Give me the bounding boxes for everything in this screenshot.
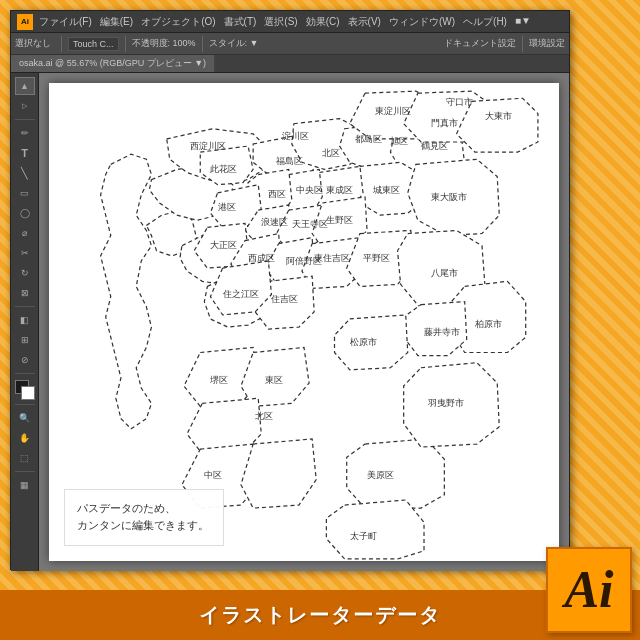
menu-select[interactable]: 選択(S) — [264, 15, 297, 29]
label-naniwa: 浪速区 — [261, 217, 288, 227]
toolbar-opacity: 不透明度: 100% — [132, 37, 196, 50]
label-taishi: 太子町 — [350, 531, 377, 541]
toolbar: 選択なし Touch C... 不透明度: 100% スタイル: ▼ ドキュメン… — [11, 33, 569, 55]
annotation-box: パスデータのため、 カンタンに編集できます。 — [64, 489, 224, 546]
label-sakai-ku: 堺区 — [209, 375, 228, 385]
tool-scissors[interactable]: ✂ — [15, 244, 35, 262]
menu-help[interactable]: ヘルプ(H) — [463, 15, 507, 29]
label-fujiidera: 藤井寺市 — [424, 327, 460, 337]
toolbar-sep1 — [61, 36, 62, 52]
toolbar-env-settings[interactable]: 環境設定 — [529, 37, 565, 50]
label-hirano: 平野区 — [363, 253, 390, 263]
ai-badge-text: Ai — [564, 564, 613, 616]
title-bar: Ai ファイル(F) 編集(E) オブジェクト(O) 書式(T) 選択(S) 効… — [11, 11, 569, 33]
label-minato: 港区 — [218, 202, 236, 212]
map-container: 東淀川区 守口市 門真市 大東市 淀川区 旭区 鶴見 — [49, 83, 559, 561]
tool-ellipse[interactable]: ◯ — [15, 204, 35, 222]
main-container: Ai ファイル(F) 編集(E) オブジェクト(O) 書式(T) 選択(S) 効… — [0, 0, 640, 640]
tool-gradient[interactable]: ◧ — [15, 311, 35, 329]
footer-text: イラストレーターデータ — [199, 602, 441, 629]
label-fukushima: 福島区 — [276, 156, 303, 166]
tool-zoom[interactable]: 🔍 — [15, 409, 35, 427]
label-tsurumi: 鶴見区 — [421, 141, 448, 151]
tool-direct-select[interactable]: ▷ — [15, 97, 35, 115]
tool-pen[interactable]: ✏ — [15, 124, 35, 142]
menu-format[interactable]: 書式(T) — [224, 15, 257, 29]
label-habikino: 羽曳野市 — [428, 398, 464, 408]
tool-rotate[interactable]: ↻ — [15, 264, 35, 282]
tool-bar-chart[interactable]: ▦ — [15, 476, 35, 494]
menu-window[interactable]: ウィンドウ(W) — [389, 15, 455, 29]
label-tennoji: 天王寺区 — [292, 219, 328, 229]
tool-sep-2 — [15, 306, 35, 307]
label-chuo: 中央区 — [296, 185, 323, 195]
label-taisho: 大正区 — [210, 240, 237, 250]
tab-osaka[interactable]: osaka.ai @ 55.67% (RGB/GPU プレビュー ▼) — [11, 55, 215, 72]
label-joto: 城東区 — [372, 185, 400, 195]
toolbar-sep2 — [125, 36, 126, 52]
label-moriguchi: 守口市 — [446, 97, 473, 107]
color-swatch — [15, 380, 35, 400]
annotation-line2: カンタンに編集できます。 — [77, 517, 211, 535]
label-higashi-yodogawa: 東淀川区 — [375, 106, 411, 116]
tool-hand[interactable]: ✋ — [15, 429, 35, 447]
label-ikuno: 生野区 — [326, 215, 353, 225]
label-nishinari: 西成区 — [248, 253, 275, 263]
label-suminoe: 住之江区 — [223, 289, 259, 299]
canvas-area[interactable]: 東淀川区 守口市 門真市 大東市 淀川区 旭区 鶴見 — [39, 73, 569, 571]
menu-bar: ファイル(F) 編集(E) オブジェクト(O) 書式(T) 選択(S) 効果(C… — [39, 15, 531, 29]
tool-sep-5 — [15, 471, 35, 472]
label-higashinari: 東成区 — [326, 185, 353, 195]
ai-badge: Ai — [546, 547, 632, 633]
label-miyakojima: 都島区 — [355, 134, 382, 144]
label-nishi-yodogawa: 西淀川区 — [190, 141, 226, 151]
annotation-line1: パスデータのため、 — [77, 500, 211, 518]
illustrator-window: Ai ファイル(F) 編集(E) オブジェクト(O) 書式(T) 選択(S) 効… — [10, 10, 570, 570]
menu-effect[interactable]: 効果(C) — [306, 15, 340, 29]
content-area: ▲ ▷ ✏ T ╲ ▭ ◯ ⌀ ✂ ↻ ⊠ ◧ ⊞ ⊘ — [11, 73, 569, 571]
label-kadoma: 門真市 — [431, 118, 458, 128]
tool-sep-3 — [15, 373, 35, 374]
toolbar-style: スタイル: ▼ — [209, 37, 259, 50]
canvas: 東淀川区 守口市 門真市 大東市 淀川区 旭区 鶴見 — [49, 83, 559, 561]
label-daito: 大東市 — [485, 111, 512, 121]
tool-select[interactable]: ▲ — [15, 77, 35, 95]
toolbar-touch: Touch C... — [68, 37, 119, 51]
tool-blend[interactable]: ⊘ — [15, 351, 35, 369]
label-higashi-sakai: 東区 — [265, 375, 283, 385]
label-asahi: 旭区 — [390, 136, 408, 146]
label-yodogawa: 淀川区 — [282, 131, 309, 141]
tool-line[interactable]: ╲ — [15, 164, 35, 182]
menu-extra[interactable]: ■▼ — [515, 15, 531, 29]
label-konohana: 此花区 — [210, 164, 237, 174]
label-kita-sakai: 北区 — [255, 411, 273, 421]
toolbar-sep3 — [202, 36, 203, 52]
tool-sep-1 — [15, 119, 35, 120]
ai-logo-small: Ai — [17, 14, 33, 30]
tool-scale[interactable]: ⊠ — [15, 284, 35, 302]
label-matsubara: 松原市 — [350, 337, 377, 347]
tab-bar: osaka.ai @ 55.67% (RGB/GPU プレビュー ▼) — [11, 55, 569, 73]
swatch-stroke[interactable] — [21, 386, 35, 400]
menu-edit[interactable]: 編集(E) — [100, 15, 133, 29]
menu-object[interactable]: オブジェクト(O) — [141, 15, 215, 29]
tool-rect[interactable]: ▭ — [15, 184, 35, 202]
tool-mesh[interactable]: ⊞ — [15, 331, 35, 349]
menu-view[interactable]: 表示(V) — [348, 15, 381, 29]
toolbar-sep4 — [522, 36, 523, 52]
tool-artboard[interactable]: ⬚ — [15, 449, 35, 467]
menu-file[interactable]: ファイル(F) — [39, 15, 92, 29]
label-higashisumiyoshi: 東住吉区 — [314, 253, 350, 263]
tool-sep-4 — [15, 404, 35, 405]
label-sumiyoshi: 住吉区 — [271, 294, 298, 304]
label-nishi: 西区 — [268, 189, 286, 199]
label-yao: 八尾市 — [431, 268, 458, 278]
tools-panel: ▲ ▷ ✏ T ╲ ▭ ◯ ⌀ ✂ ↻ ⊠ ◧ ⊞ ⊘ — [11, 73, 39, 571]
tool-brush[interactable]: ⌀ — [15, 224, 35, 242]
footer-bar: イラストレーターデータ — [0, 590, 640, 640]
label-higashiosaka: 東大阪市 — [431, 192, 467, 202]
label-kita: 北区 — [322, 148, 340, 158]
label-mihara: 美原区 — [367, 470, 394, 480]
tool-type[interactable]: T — [15, 144, 35, 162]
toolbar-doc-settings[interactable]: ドキュメント設定 — [444, 37, 516, 50]
